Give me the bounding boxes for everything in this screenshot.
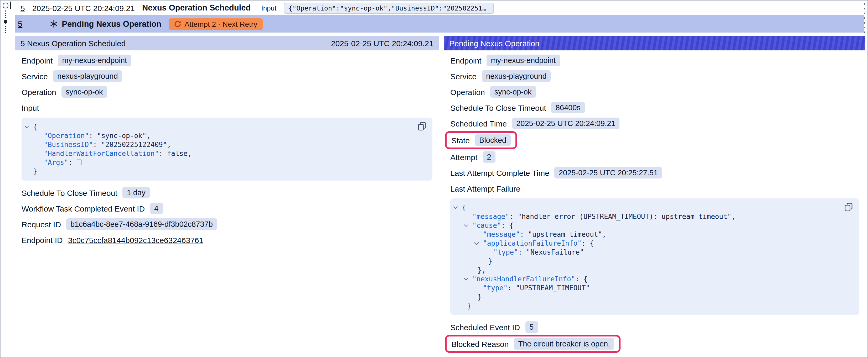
timeline-node-circle-icon	[3, 3, 8, 8]
collapse-chevron-icon[interactable]	[25, 124, 29, 128]
field-value-badge: 2025-02-25 UTC 20:24:09.21	[512, 118, 619, 129]
code-line: "type": "UPSTREAM_TIMEOUT"	[450, 284, 838, 292]
event-input-preview-badge[interactable]: {"Operation":"sync-op-ok","BusinessID":"…	[284, 2, 494, 13]
code-line: }	[450, 257, 838, 266]
detail-field: Endpoint ID3c0c75ccfa8144b092c13ce632463…	[22, 234, 432, 246]
pending-event-id-link[interactable]: 5	[18, 19, 22, 29]
code-line: }	[22, 167, 411, 176]
code-token: :	[89, 132, 97, 140]
event-history-detail-page: 5 2025-02-25 UTC 20:24:09.21 Nexus Opera…	[0, 0, 868, 358]
field-label: Endpoint ID	[22, 235, 63, 245]
pending-operation-panel: Pending Nexus Operation Endpointmy-nexus…	[444, 36, 865, 355]
pending-operation-title: Pending Nexus Operation	[62, 19, 161, 29]
code-token: :	[159, 150, 167, 158]
event-rows: 5 2025-02-25 UTC 20:24:09.21 Nexus Opera…	[15, 1, 864, 33]
pending-operation-header: Pending Nexus Operation	[444, 36, 865, 51]
event-detail-body: Endpointmy-nexus-endpointServicenexus-pl…	[15, 55, 439, 246]
code-line: "cause": {	[450, 221, 838, 230]
detail-field: Schedule To Close Timeout86400s	[450, 102, 859, 113]
code-token: }	[477, 293, 482, 301]
collapse-chevron-icon[interactable]	[454, 205, 458, 209]
section-label-row: Input	[22, 102, 432, 113]
code-token: :	[68, 159, 76, 166]
code-line: "Args":	[22, 158, 411, 167]
code-token: "message"	[483, 230, 520, 238]
annotation-highlight-box: StateBlocked	[445, 131, 517, 149]
collapse-chevron-icon[interactable]	[474, 240, 479, 245]
field-value-link[interactable]: 3c0c75ccfa8144b092c13ce632463761	[68, 235, 203, 245]
code-token: "type"	[483, 284, 507, 292]
field-value-badge: nexus-playground	[53, 70, 122, 82]
code-token: "Operation"	[43, 132, 89, 140]
code-token: },	[477, 266, 486, 274]
field-label: Service	[22, 72, 48, 80]
collapse-chevron-icon[interactable]	[464, 276, 468, 281]
field-label: Schedule To Close Timeout	[450, 103, 546, 112]
event-timestamp: 2025-02-25 UTC 20:24:09.21	[32, 3, 135, 12]
code-token: "applicationFailureInfo"	[483, 239, 582, 247]
code-line: },	[450, 266, 838, 274]
field-label: Operation	[450, 88, 485, 96]
code-token: ,	[602, 230, 606, 238]
detail-field: Endpointmy-nexus-endpoint	[22, 55, 432, 66]
empty-array-icon	[76, 160, 81, 165]
code-token: :	[507, 284, 516, 292]
field-value-badge: 4	[150, 203, 163, 214]
panel-resize-handle[interactable]	[864, 3, 865, 33]
field-value-badge: 2025-02-25 UTC 20:25:27.51	[555, 167, 662, 178]
field-label: Attempt	[450, 153, 477, 161]
code-token: "cause"	[472, 222, 501, 229]
code-line: {	[22, 122, 411, 131]
code-token: "Args"	[43, 159, 68, 166]
event-id-link[interactable]: 5	[21, 3, 25, 12]
field-value-badge: The circuit breaker is open.	[514, 338, 614, 350]
field-value-badge: Blocked	[475, 134, 510, 146]
timeline-dotted-connector	[5, 26, 6, 33]
pending-operation-body: Endpointmy-nexus-endpointServicenexus-pl…	[444, 55, 865, 351]
field-value-badge: b1c6a4bc-8ee7-468a-9169-df3b02c8737b	[66, 218, 217, 230]
code-token: :	[520, 230, 528, 238]
event-detail-panels: 5 Nexus Operation Scheduled 2025-02-25 U…	[15, 36, 867, 355]
event-summary-row[interactable]: 5 2025-02-25 UTC 20:24:09.21 Nexus Opera…	[15, 1, 864, 15]
code-line: "BusinessID": "20250225122409",	[22, 140, 411, 149]
detail-field: Scheduled Time2025-02-25 UTC 20:24:09.21	[450, 118, 859, 129]
field-value-badge: nexus-playground	[482, 70, 551, 82]
copy-icon-button[interactable]	[844, 203, 853, 211]
code-line: "Operation": "sync-op-ok",	[22, 131, 411, 140]
code-line: "applicationFailureInfo": {	[450, 239, 838, 248]
event-detail-header: 5 Nexus Operation Scheduled 2025-02-25 U…	[15, 36, 439, 51]
code-token: ,	[732, 213, 736, 221]
field-value-badge: my-nexus-endpoint	[487, 55, 560, 66]
code-token: :	[509, 213, 518, 221]
retry-attempt-badge: Attempt 2 · Next Retry	[169, 18, 262, 30]
code-line: "HandlerWaitForCancellation": false,	[22, 149, 411, 158]
code-token: "UPSTREAM_TIMEOUT"	[516, 284, 590, 292]
section-label-row: Last Attempt Failure	[450, 183, 859, 194]
field-value-badge: 5	[525, 321, 538, 333]
code-token: false	[167, 150, 188, 158]
detail-field: Endpointmy-nexus-endpoint	[450, 55, 859, 66]
code-token: "20250225122409"	[101, 141, 167, 149]
retry-icon	[174, 20, 181, 28]
code-token: "nexusHandlerFailureInfo"	[472, 275, 575, 283]
field-label: Service	[450, 72, 476, 80]
retry-badge-label: Attempt 2 · Next Retry	[184, 20, 257, 28]
event-input-label: Input	[261, 4, 276, 12]
code-token: {	[584, 275, 588, 283]
timeline-branch-line	[10, 2, 11, 9]
code-token: :	[575, 275, 583, 283]
code-line: "nexusHandlerFailureInfo": {	[450, 274, 838, 284]
detail-field: Attempt2	[450, 151, 859, 163]
field-label: Last Attempt Complete Time	[450, 168, 549, 177]
field-label: Scheduled Time	[450, 119, 507, 128]
detail-field: Last Attempt Complete Time2025-02-25 UTC…	[450, 167, 859, 178]
code-token: "sync-op-ok"	[97, 132, 147, 140]
event-detail-panel: 5 Nexus Operation Scheduled 2025-02-25 U…	[15, 36, 439, 250]
copy-icon-button[interactable]	[418, 122, 426, 131]
detail-field: Operationsync-op-ok	[450, 86, 859, 98]
pending-operation-row[interactable]: 5 Pending Nexus Operation Attempt 2 · Ne…	[15, 15, 864, 33]
code-line: {	[450, 203, 838, 212]
field-value-badge: 2	[483, 151, 495, 163]
field-value-badge: sync-op-ok	[61, 86, 107, 98]
collapse-chevron-icon[interactable]	[464, 223, 468, 227]
